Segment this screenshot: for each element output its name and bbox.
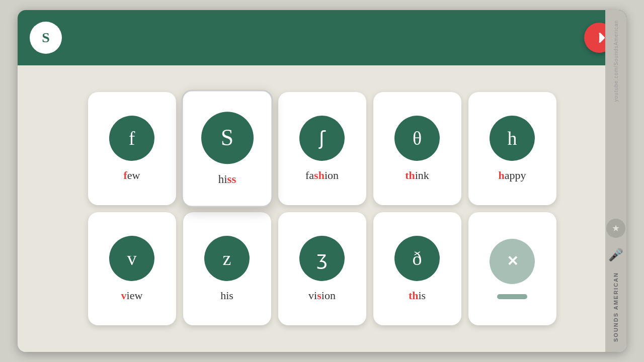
card-few-label: few <box>124 169 140 182</box>
card-happy[interactable]: h happy <box>468 92 556 205</box>
card-vision[interactable]: ʒ vision <box>278 212 366 325</box>
card-fashion-label: fashion <box>305 169 339 182</box>
sidebar-strip: youtube.com/SoundsAmerican ★ 🎤 SOUNDS AM… <box>605 10 626 352</box>
card-think-label: think <box>405 169 429 182</box>
arrow-right-icon <box>592 31 606 45</box>
card-think-circle: θ <box>394 116 440 161</box>
cards-row-1: f few S hiss ʃ fashion θ <box>88 92 556 205</box>
card-vision-circle: ʒ <box>299 236 345 281</box>
header: S <box>18 10 626 65</box>
avatar: S <box>30 22 62 54</box>
card-think[interactable]: θ think <box>373 92 461 205</box>
card-fashion[interactable]: ʃ fashion <box>278 92 366 205</box>
card-view-label: view <box>121 289 143 302</box>
app-name-label: SOUNDS AMERICAN <box>613 272 619 342</box>
card-disabled-circle: ✕ <box>490 239 535 284</box>
star-icon[interactable]: ★ <box>606 219 625 238</box>
card-view[interactable]: v view <box>88 212 176 325</box>
card-his-circle: z <box>204 236 250 281</box>
card-this-label: this <box>409 289 426 302</box>
card-this[interactable]: ð this <box>373 212 461 325</box>
card-hiss-circle: S <box>201 112 253 164</box>
main-content: f few S hiss ʃ fashion θ <box>18 65 626 352</box>
app-window: S f few S hiss <box>18 10 626 352</box>
card-fashion-circle: ʃ <box>299 116 345 161</box>
cards-row-2: v view z his ʒ vision ð thi <box>88 212 556 325</box>
x-mark-icon: ✕ <box>507 253 518 269</box>
card-his-label: his <box>220 289 233 302</box>
card-hiss-label: hiss <box>218 172 236 186</box>
card-disabled[interactable]: ✕ <box>468 212 556 325</box>
card-few-circle: f <box>109 116 154 161</box>
sidebar-url: youtube.com/SoundsAmerican <box>613 20 619 102</box>
card-this-circle: ð <box>394 236 440 281</box>
mute-bar <box>497 294 527 299</box>
card-view-circle: v <box>109 236 154 281</box>
card-his[interactable]: z his <box>183 212 271 325</box>
card-hiss[interactable]: S hiss <box>181 90 273 208</box>
card-happy-circle: h <box>490 116 535 161</box>
card-vision-label: vision <box>308 289 336 302</box>
microphone-icon: 🎤 <box>608 248 623 262</box>
card-happy-label: happy <box>498 169 526 182</box>
card-few[interactable]: f few <box>88 92 176 205</box>
